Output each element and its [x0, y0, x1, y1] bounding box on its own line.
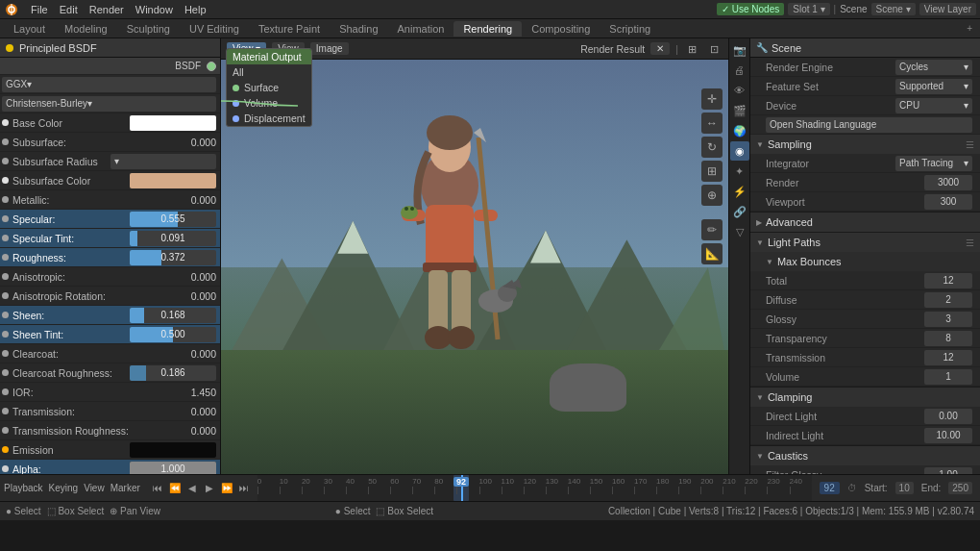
props-tab-output[interactable]: 🖨 [730, 61, 749, 80]
tab-texture-paint[interactable]: Texture Paint [249, 21, 330, 37]
shader-field-roughness-[interactable]: Roughness:0.372 [0, 248, 220, 267]
props-tab-physics[interactable]: ⚡ [730, 182, 749, 201]
shader-value-bar[interactable]: 0.555 [130, 212, 216, 227]
shader-value-bar[interactable]: 0.186 [130, 365, 216, 381]
shader-field-transmission-[interactable]: Transmission:0.000 [0, 402, 220, 421]
shader-field-metallic-[interactable]: Metallic:0.000 [0, 190, 220, 210]
tab-shading[interactable]: Shading [330, 21, 387, 37]
render-close-btn[interactable]: ✕ [650, 42, 670, 55]
shader-field-emission[interactable]: Emission [0, 440, 220, 460]
shader-field-sheen-[interactable]: Sheen:0.168 [0, 306, 220, 325]
tab-compositing[interactable]: Compositing [522, 21, 600, 37]
props-tab-scene[interactable]: 🎬 [730, 101, 749, 120]
advanced-header[interactable]: ▶ Advanced [750, 213, 980, 232]
props-tab-render[interactable]: 📷 [730, 40, 749, 60]
indirect-light-field[interactable]: 10.00 [924, 428, 972, 443]
viewport-fit-btn[interactable]: ⊡ [706, 43, 723, 55]
use-nodes-toggle[interactable]: ✓ Use Nodes [717, 3, 784, 15]
shader-field-specular-[interactable]: Specular:0.555 [0, 210, 220, 229]
integrator-dropdown[interactable]: Path Tracing▾ [895, 156, 972, 171]
shader-field-subsurface-radius[interactable]: Subsurface Radius▾ [0, 152, 220, 171]
render-samples-field[interactable]: 3000 [924, 175, 972, 190]
shader-field-anisotropic-rotation-[interactable]: Anisotropic Rotation:0.000 [0, 287, 220, 306]
max-bounces-header[interactable]: ▼ Max Bounces [750, 252, 980, 271]
viewport-samples-field[interactable]: 300 [924, 194, 972, 210]
tab-rendering[interactable]: Rendering [453, 21, 522, 37]
view-layer-dropdown[interactable]: Scene ▾ [871, 3, 916, 15]
viewport-zoom-btn[interactable]: ⊞ [684, 43, 700, 55]
shader-field-specular-tint-[interactable]: Specular Tint:0.091 [0, 229, 220, 248]
vp-scale-tool[interactable]: ⊞ [701, 161, 723, 182]
vp-measure-tool[interactable]: 📐 [701, 243, 723, 264]
shader-field-sheen-tint-[interactable]: Sheen Tint:0.500 [0, 325, 220, 344]
shader-field-subsurface-[interactable]: Subsurface:0.000 [0, 133, 220, 152]
vp-move-tool[interactable]: ↔ [701, 113, 723, 134]
jump-start-btn[interactable]: ⏮ [150, 481, 165, 496]
shader-field-subsurface-color[interactable]: Subsurface Color [0, 171, 220, 190]
props-tab-data[interactable]: ▽ [730, 222, 749, 241]
light-paths-header[interactable]: ▼ Light Paths ☰ [750, 233, 980, 252]
props-tab-view[interactable]: 👁 [730, 81, 749, 100]
shader-field-clearcoat-[interactable]: Clearcoat:0.000 [0, 344, 220, 363]
shader-value-bar[interactable]: 1.000 [130, 462, 216, 475]
current-frame[interactable]: 92 [820, 482, 840, 494]
playback-label[interactable]: Playback [4, 483, 43, 493]
shader-field-base-color[interactable]: Base Color [0, 113, 220, 133]
menu-edit[interactable]: Edit [54, 2, 84, 17]
vp-cursor-tool[interactable]: ✛ [701, 88, 723, 110]
device-dropdown[interactable]: CPU▾ [895, 98, 972, 113]
volume-bounces-field[interactable]: 1 [924, 369, 972, 385]
clamping-header[interactable]: ▼ Clamping [750, 388, 980, 407]
shader-color-swatch[interactable] [130, 173, 216, 188]
step-fwd-btn[interactable]: ⏩ [219, 481, 234, 496]
distribution-dropdown[interactable]: GGX ▾ [2, 77, 216, 92]
view-layer-name[interactable]: View Layer [919, 3, 976, 15]
shader-value-bar[interactable]: 0.500 [130, 327, 216, 342]
tab-uv-editing[interactable]: UV Editing [180, 21, 249, 37]
sampling-header[interactable]: ▼ Sampling ☰ [750, 135, 980, 154]
vp-rotate-tool[interactable]: ↻ [701, 137, 723, 158]
menu-render[interactable]: Render [84, 2, 130, 17]
diffuse-bounces-field[interactable]: 2 [924, 292, 972, 308]
step-back-btn[interactable]: ⏪ [167, 481, 183, 496]
props-tab-material[interactable]: ◉ [730, 141, 749, 161]
menu-file[interactable]: File [25, 2, 54, 17]
shader-value-bar[interactable]: 0.168 [130, 308, 216, 323]
subsurface-method-dropdown[interactable]: Christensen-Burley ▾ [2, 96, 216, 112]
total-bounces-field[interactable]: 12 [924, 273, 972, 288]
menu-help[interactable]: Help [179, 2, 212, 17]
props-tab-particles[interactable]: ✦ [730, 162, 749, 181]
keying-label[interactable]: Keying [49, 483, 79, 493]
transparency-bounces-field[interactable]: 8 [924, 331, 972, 346]
view-label[interactable]: View [84, 483, 105, 493]
bsdf-output-socket[interactable] [207, 62, 216, 71]
shader-field-ior-[interactable]: IOR:1.450 [0, 383, 220, 402]
shader-field-anisotropic-[interactable]: Anisotropic:0.000 [0, 267, 220, 287]
jump-end-btn[interactable]: ⏭ [236, 481, 252, 496]
sampling-menu-icon[interactable]: ☰ [966, 139, 974, 150]
tab-modeling[interactable]: Modeling [55, 21, 117, 37]
play-reverse-btn[interactable]: ◀ [184, 481, 200, 496]
marker-label[interactable]: Marker [110, 483, 140, 493]
light-paths-menu-icon[interactable]: ☰ [966, 238, 974, 248]
shader-color-swatch[interactable] [130, 442, 216, 458]
end-frame[interactable]: 250 [948, 482, 972, 494]
props-tab-constraints[interactable]: 🔗 [730, 202, 749, 221]
shader-value-bar[interactable]: 0.091 [130, 231, 216, 246]
vp-annotate-tool[interactable]: ✏ [701, 219, 723, 240]
menu-window[interactable]: Window [130, 2, 179, 17]
image-btn[interactable]: Image [310, 42, 349, 55]
shader-value-bar[interactable]: 0.372 [130, 250, 216, 265]
direct-light-field[interactable]: 0.00 [924, 409, 972, 424]
shader-field-alpha-[interactable]: Alpha:1.000 [0, 460, 220, 474]
shader-dropdown[interactable]: ▾ [110, 154, 216, 169]
transmission-bounces-field[interactable]: 12 [924, 350, 972, 365]
tab-scripting[interactable]: Scripting [600, 21, 660, 37]
slot-selector[interactable]: Slot 1 ▾ [788, 3, 829, 15]
start-frame[interactable]: 10 [895, 482, 914, 494]
tab-sculpting[interactable]: Sculpting [117, 21, 180, 37]
open-shading-dropdown[interactable]: Open Shading Language [766, 117, 972, 133]
filter-glossy-field[interactable]: 1.00 [924, 467, 972, 475]
tab-animation[interactable]: Animation [388, 21, 454, 37]
feature-set-dropdown[interactable]: Supported▾ [895, 79, 972, 94]
